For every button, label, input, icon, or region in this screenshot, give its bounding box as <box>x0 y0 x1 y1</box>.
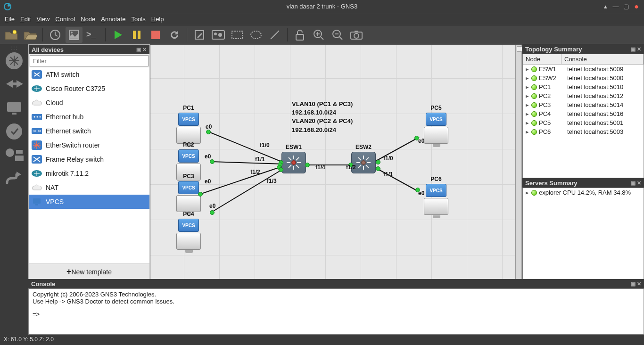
topology-row[interactable]: ▸PC5telnet localhost:5001 <box>523 118 644 127</box>
device-item-etherswitch-router[interactable]: EtherSwitch router <box>29 138 149 152</box>
expand-icon[interactable]: ▸ <box>525 101 529 108</box>
topology-row[interactable]: ▸PC3telnet localhost:5014 <box>523 100 644 109</box>
svg-rect-43 <box>33 198 41 204</box>
expand-icon[interactable]: ▸ <box>525 128 529 135</box>
svg-line-58 <box>296 165 299 168</box>
device-item-ethernet-hub[interactable]: Ethernet hub <box>29 110 149 124</box>
vpcs-box: VPCS <box>426 113 446 126</box>
menu-help[interactable]: Help <box>151 16 164 23</box>
expand-icon[interactable]: ▸ <box>525 119 529 126</box>
draw-ellipse-button[interactable] <box>248 27 264 43</box>
menu-edit[interactable]: Edit <box>20 16 31 23</box>
devices-list[interactable]: ATM switch Cisco Router C3725 Cloud Ethe… <box>29 67 149 263</box>
svg-rect-28 <box>12 113 17 115</box>
topology-row[interactable]: ▸PC1telnet localhost:5010 <box>523 82 644 91</box>
menu-node[interactable]: Node <box>81 16 95 23</box>
node-pc4[interactable]: PC4 VPCS <box>176 211 201 250</box>
topology-annotation[interactable]: VLAN10 (PC1 & PC3) 192.168.10.0/24 VLAN2… <box>292 100 353 134</box>
dock-grip-icon[interactable]: :::: <box>8 45 20 48</box>
header-node[interactable]: Node <box>523 54 561 64</box>
draw-line-button[interactable] <box>266 27 283 43</box>
console-all-button[interactable]: >_ <box>84 27 101 43</box>
status-running-icon <box>531 102 537 108</box>
category-switches-button[interactable] <box>3 74 25 95</box>
node-pc1[interactable]: PC1 VPCS <box>176 105 201 144</box>
start-all-button[interactable] <box>109 27 126 43</box>
expand-icon[interactable]: ▸ <box>525 92 529 99</box>
window-roll-icon[interactable]: ▴ <box>602 3 609 10</box>
device-item-atm-switch[interactable]: ATM switch <box>29 67 149 82</box>
window-minimize-icon[interactable]: — <box>612 3 619 10</box>
expand-icon[interactable]: ▸ <box>525 66 529 73</box>
expand-icon[interactable]: ▸ <box>525 74 529 82</box>
pause-all-button[interactable] <box>128 27 145 43</box>
console-output[interactable]: Copyright (c) 2006-2023 GNS3 Technologie… <box>28 288 644 335</box>
topology-row[interactable]: ▸PC6telnet localhost:5003 <box>523 127 644 136</box>
device-item-ethernet-switch[interactable]: Ethernet switch <box>29 124 149 138</box>
topology-row[interactable]: ▸PC2telnet localhost:5012 <box>523 91 644 100</box>
devices-filter-input[interactable] <box>30 55 149 66</box>
add-link-button[interactable] <box>3 168 25 189</box>
stop-all-button[interactable] <box>147 27 164 43</box>
device-item-label: Frame Relay switch <box>46 156 104 163</box>
new-template-button[interactable]: +New template <box>29 263 149 279</box>
annotate-note-button[interactable] <box>191 27 208 43</box>
snapshot-clock-button[interactable] <box>47 27 64 43</box>
draw-rectangle-button[interactable] <box>229 27 246 43</box>
zoom-out-button[interactable] <box>329 27 346 43</box>
port-label: e0 <box>205 153 211 160</box>
devices-panel-dock-icon[interactable]: ▣ ✕ <box>136 47 147 53</box>
open-project-button[interactable] <box>22 27 39 43</box>
device-item-nat[interactable]: NAT <box>29 181 149 195</box>
reload-all-button[interactable] <box>166 27 183 43</box>
server-row[interactable]: ▸explorer CPU 14.2%, RAM 34.8% <box>523 188 644 197</box>
device-item-mikrotik[interactable]: mikrotik 7.11.2 <box>29 166 149 181</box>
insert-image-button[interactable] <box>210 27 227 43</box>
expand-icon[interactable]: ▸ <box>525 110 529 117</box>
device-item-vpcs[interactable]: VPCS <box>29 195 149 209</box>
topology-row[interactable]: ▸ESW2telnet localhost:5000 <box>523 74 644 82</box>
category-security-button[interactable] <box>3 121 25 142</box>
menu-tools[interactable]: Tools <box>131 16 145 23</box>
category-end-devices-button[interactable] <box>3 97 25 119</box>
category-routers-button[interactable] <box>3 50 25 72</box>
device-item-frame-relay[interactable]: Frame Relay switch <box>29 152 149 166</box>
console-dock-icon[interactable]: ▣ ✕ <box>631 281 641 287</box>
topology-summary-dock-icon[interactable]: ▣ ✕ <box>631 46 641 52</box>
node-label: PC2 <box>176 141 201 148</box>
svg-line-50 <box>373 137 419 163</box>
zoom-in-button[interactable] <box>310 27 327 43</box>
window-maximize-icon[interactable]: ▢ <box>622 3 630 10</box>
window-close-icon[interactable]: ● <box>633 3 640 10</box>
expand-icon[interactable]: ▸ <box>525 83 529 90</box>
category-all-devices-button[interactable] <box>3 144 25 166</box>
node-pc5[interactable]: PC5 VPCS <box>424 105 448 144</box>
header-console[interactable]: Console <box>561 54 644 64</box>
hub-icon <box>32 112 42 122</box>
status-running-icon <box>531 190 537 196</box>
svg-rect-31 <box>15 156 24 161</box>
topology-row[interactable]: ▸PC4telnet localhost:5016 <box>523 109 644 118</box>
status-running-icon <box>531 111 537 117</box>
svg-line-14 <box>271 31 279 39</box>
lock-button[interactable] <box>291 27 308 43</box>
screenshot-button[interactable] <box>348 27 365 43</box>
show-hide-map-button[interactable] <box>66 27 83 43</box>
port-label: f1/2 <box>250 169 260 175</box>
node-esw1[interactable]: ESW1 <box>281 144 306 173</box>
device-item-cisco-router[interactable]: Cisco Router C3725 <box>29 82 149 96</box>
node-pc3[interactable]: PC3 VPCS <box>176 173 201 212</box>
menu-file[interactable]: File <box>5 16 15 23</box>
svg-rect-44 <box>35 204 38 205</box>
new-project-button[interactable] <box>3 27 20 43</box>
node-pc6[interactable]: PC6 VPCS <box>424 176 448 215</box>
topology-node: PC3 <box>539 101 565 108</box>
menu-annotate[interactable]: Annotate <box>101 16 125 23</box>
menu-control[interactable]: Control <box>55 16 75 23</box>
menu-view[interactable]: View <box>36 16 50 23</box>
expand-icon[interactable]: ▸ <box>525 189 529 196</box>
device-item-label: mikrotik 7.11.2 <box>46 170 89 177</box>
device-item-cloud[interactable]: Cloud <box>29 96 149 110</box>
topology-row[interactable]: ▸ESW1telnet localhost:5009 <box>523 65 644 74</box>
servers-summary-dock-icon[interactable]: ▣ ✕ <box>631 180 641 186</box>
